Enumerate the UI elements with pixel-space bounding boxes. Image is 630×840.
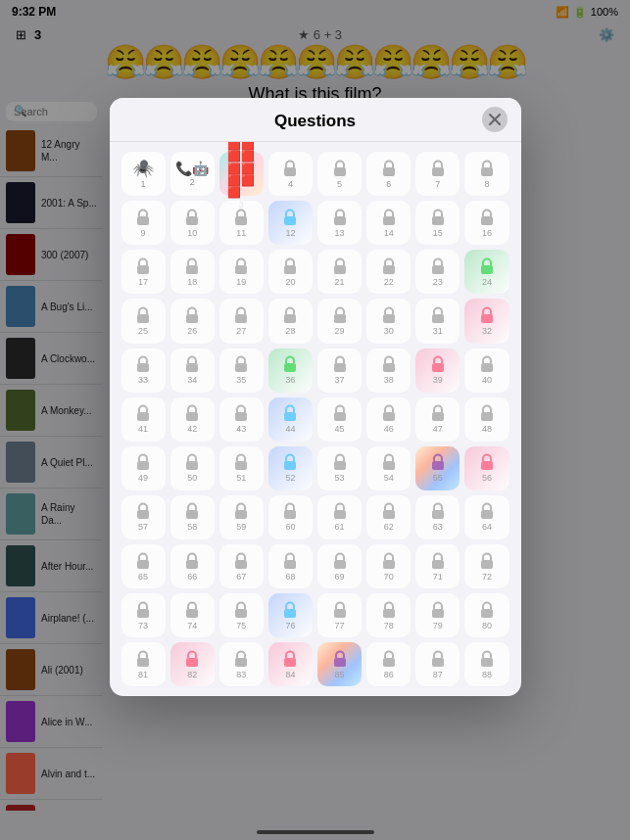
question-cell[interactable]: 56 <box>464 446 509 490</box>
question-cell[interactable]: 60 <box>268 495 313 539</box>
question-cell[interactable]: 42 <box>170 397 215 442</box>
question-cell[interactable]: 16 <box>464 201 509 245</box>
question-cell[interactable]: 53 <box>317 446 362 490</box>
question-number: 11 <box>236 228 246 238</box>
question-cell[interactable]: 4 <box>268 152 313 196</box>
question-cell[interactable]: 72 <box>464 544 509 588</box>
question-cell[interactable]: 36 <box>268 349 313 393</box>
question-cell[interactable]: 50 <box>170 446 215 490</box>
question-number: 20 <box>285 277 295 287</box>
question-cell[interactable]: 61 <box>317 495 362 539</box>
svg-rect-73 <box>235 609 247 618</box>
question-cell[interactable]: 43 <box>219 397 264 442</box>
lock-icon <box>381 502 397 520</box>
question-cell[interactable]: 🟥🟥🟥🟥🟥🟥🟥🟥🟥3 <box>219 152 264 196</box>
question-cell[interactable]: 66 <box>170 544 215 588</box>
question-cell[interactable]: 71 <box>415 544 460 588</box>
svg-rect-75 <box>334 609 346 618</box>
question-cell[interactable]: 78 <box>366 593 411 637</box>
question-cell[interactable]: 84 <box>268 642 313 686</box>
question-cell[interactable]: 81 <box>121 642 166 686</box>
question-cell[interactable]: 7 <box>415 152 460 196</box>
question-cell[interactable]: 11 <box>219 201 264 245</box>
question-cell[interactable]: 17 <box>121 250 166 294</box>
question-cell[interactable]: 82 <box>170 642 215 686</box>
question-cell[interactable]: 88 <box>464 642 509 686</box>
question-cell[interactable]: 52 <box>268 446 313 490</box>
question-cell[interactable]: 8 <box>464 152 509 196</box>
question-cell[interactable]: 23 <box>415 250 460 294</box>
question-cell[interactable]: 41 <box>121 397 166 442</box>
question-cell[interactable]: 75 <box>219 593 264 637</box>
question-cell[interactable]: 10 <box>170 201 215 245</box>
close-button[interactable] <box>482 107 508 132</box>
question-cell[interactable]: 5 <box>317 152 362 196</box>
question-cell[interactable]: 44 <box>268 397 313 442</box>
question-cell[interactable]: 38 <box>366 349 411 393</box>
question-cell[interactable]: 85 <box>317 642 362 686</box>
question-cell[interactable]: 18 <box>170 250 215 294</box>
question-cell[interactable]: 68 <box>268 544 313 588</box>
question-cell[interactable]: 24 <box>464 250 509 294</box>
question-cell[interactable]: 63 <box>415 495 460 539</box>
question-cell[interactable]: 86 <box>366 642 411 686</box>
question-cell[interactable]: 80 <box>464 593 509 637</box>
question-cell[interactable]: 32 <box>464 299 509 343</box>
question-cell[interactable]: 76 <box>268 593 313 637</box>
question-cell[interactable]: 79 <box>415 593 460 637</box>
question-cell[interactable]: 30 <box>366 299 411 343</box>
lock-icon <box>233 306 249 324</box>
question-cell[interactable]: 13 <box>317 201 362 245</box>
question-number: 88 <box>482 670 492 679</box>
question-cell[interactable]: 51 <box>219 446 264 490</box>
question-cell[interactable]: 49 <box>121 446 166 490</box>
question-cell[interactable]: 19 <box>219 250 264 294</box>
question-cell[interactable]: 59 <box>219 495 264 539</box>
question-cell[interactable]: 58 <box>170 495 215 539</box>
question-cell[interactable]: 15 <box>415 201 460 245</box>
question-cell[interactable]: 54 <box>366 446 411 490</box>
question-cell[interactable]: 87 <box>415 642 460 686</box>
svg-rect-21 <box>432 265 444 274</box>
lock-icon <box>430 453 446 471</box>
question-cell[interactable]: 67 <box>219 544 264 588</box>
question-cell[interactable]: 39 <box>415 349 460 393</box>
question-cell[interactable]: 21 <box>317 250 362 294</box>
question-cell[interactable]: 40 <box>464 349 509 393</box>
question-cell[interactable]: 74 <box>170 593 215 637</box>
question-cell[interactable]: 34 <box>170 349 215 393</box>
question-cell[interactable]: 31 <box>415 299 460 343</box>
question-cell[interactable]: 47 <box>415 397 460 442</box>
question-cell[interactable]: 64 <box>464 495 509 539</box>
svg-rect-74 <box>284 609 296 618</box>
question-cell[interactable]: 12 <box>268 201 313 245</box>
question-cell[interactable]: 57 <box>121 495 166 539</box>
question-cell[interactable]: 77 <box>317 593 362 637</box>
question-cell[interactable]: 📞🤖2 <box>170 152 215 196</box>
question-cell[interactable]: 69 <box>317 544 362 588</box>
question-cell[interactable]: 46 <box>366 397 411 442</box>
question-cell[interactable]: 14 <box>366 201 411 245</box>
question-cell[interactable]: 83 <box>219 642 264 686</box>
question-cell[interactable]: 73 <box>121 593 166 637</box>
question-cell[interactable]: 37 <box>317 349 362 393</box>
question-cell[interactable]: 27 <box>219 299 264 343</box>
question-cell[interactable]: 33 <box>121 349 166 393</box>
question-cell[interactable]: 62 <box>366 495 411 539</box>
question-cell[interactable]: 65 <box>121 544 166 588</box>
question-cell[interactable]: 26 <box>170 299 215 343</box>
question-cell[interactable]: 29 <box>317 299 362 343</box>
lock-icon <box>332 160 348 177</box>
question-cell[interactable]: 45 <box>317 397 362 442</box>
question-cell[interactable]: 28 <box>268 299 313 343</box>
question-cell[interactable]: 20 <box>268 250 313 294</box>
question-cell[interactable]: 48 <box>464 397 509 442</box>
question-cell[interactable]: 70 <box>366 544 411 588</box>
question-cell[interactable]: 🕷️1 <box>121 152 166 196</box>
question-cell[interactable]: 25 <box>121 299 166 343</box>
question-cell[interactable]: 55 <box>415 446 460 490</box>
question-cell[interactable]: 9 <box>121 201 166 245</box>
question-cell[interactable]: 35 <box>219 349 264 393</box>
question-cell[interactable]: 22 <box>366 250 411 294</box>
question-cell[interactable]: 6 <box>366 152 411 196</box>
